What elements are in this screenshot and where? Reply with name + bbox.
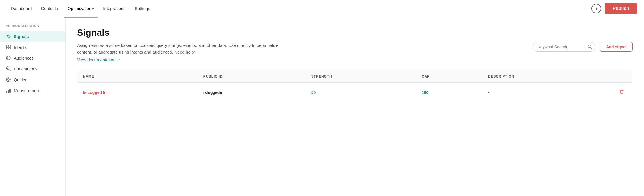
- col-header-cap: CAP: [416, 70, 483, 83]
- table-header: NAME PUBLIC ID STRENGTH CAP DESCRIPTION: [77, 70, 633, 83]
- cell-publicid: isloggedin: [198, 83, 306, 102]
- table-row: Is Logged In isloggedin 50 100 -: [77, 83, 633, 102]
- sidebar-label-signals: Signals: [14, 34, 29, 39]
- search-wrap: [533, 42, 595, 52]
- sidebar-item-measurement[interactable]: Measurement: [0, 85, 65, 96]
- top-nav: Dashboard Content▾ Optimization▾ Integra…: [0, 0, 644, 17]
- nav-item-optimization[interactable]: Optimization▾: [64, 4, 98, 13]
- svg-point-1: [7, 35, 10, 38]
- nav-item-integrations[interactable]: Integrations: [99, 4, 129, 13]
- sidebar-label-quirks: Quirks: [14, 77, 26, 82]
- intents-icon: [6, 45, 11, 50]
- svg-rect-16: [6, 91, 7, 93]
- nav-item-content[interactable]: Content▾: [37, 4, 62, 13]
- quirks-icon: [6, 77, 11, 82]
- signals-tbody: Is Logged In isloggedin 50 100 -: [77, 83, 633, 102]
- external-link-icon: ↗: [117, 58, 120, 62]
- publish-button[interactable]: Publish: [605, 3, 637, 14]
- sidebar-item-enrichments[interactable]: Enrichments: [0, 63, 65, 74]
- page-description: Assign visitors a score based on cookies…: [77, 42, 282, 56]
- col-header-strength: STRENGTH: [306, 70, 416, 83]
- main-content: Signals Assign visitors a score based on…: [66, 17, 644, 196]
- sidebar-item-intents[interactable]: Intents: [0, 42, 65, 52]
- nav-item-dashboard[interactable]: Dashboard: [7, 4, 36, 13]
- sidebar-label-intents: Intents: [14, 45, 27, 50]
- sidebar-label-enrichments: Enrichments: [14, 66, 37, 71]
- signal-name-link[interactable]: Is Logged In: [83, 90, 106, 95]
- trash-icon: [619, 89, 624, 94]
- sidebar-item-quirks[interactable]: Quirks: [0, 74, 65, 85]
- sidebar-section-label: Personalization: [0, 24, 65, 31]
- info-icon-button[interactable]: i: [591, 4, 601, 13]
- optimization-chevron-icon: ▾: [92, 7, 94, 11]
- nav-item-settings[interactable]: Settings: [131, 4, 154, 13]
- svg-rect-21: [621, 91, 623, 93]
- col-header-publicid: PUBLIC ID: [198, 70, 306, 83]
- sidebar-label-audiences: Audiences: [14, 56, 34, 60]
- view-docs-label: View documentation: [77, 57, 116, 62]
- svg-point-8: [7, 68, 8, 69]
- svg-rect-17: [8, 90, 9, 93]
- cell-cap: 100: [416, 83, 483, 102]
- cell-description: -: [483, 83, 611, 102]
- nav-right-actions: i Publish: [591, 3, 637, 14]
- svg-rect-18: [9, 89, 11, 93]
- svg-rect-5: [9, 47, 10, 49]
- nav-links: Dashboard Content▾ Optimization▾ Integra…: [7, 4, 154, 13]
- cell-actions: [611, 83, 633, 102]
- col-header-description: DESCRIPTION: [483, 70, 611, 83]
- sidebar-item-audiences[interactable]: Audiences: [0, 52, 65, 63]
- col-header-name: NAME: [77, 70, 198, 83]
- page-title: Signals: [77, 27, 633, 38]
- toolbar-row: Add signal: [533, 42, 633, 52]
- audiences-icon: [6, 55, 11, 60]
- sidebar-item-signals[interactable]: Signals: [0, 31, 65, 42]
- measurement-icon: [6, 88, 11, 93]
- signals-icon: [6, 34, 11, 39]
- sidebar-label-measurement: Measurement: [14, 88, 40, 93]
- add-signal-button[interactable]: Add signal: [600, 42, 633, 52]
- enrichments-icon: [6, 66, 11, 71]
- svg-rect-4: [6, 47, 8, 49]
- delete-signal-button[interactable]: [617, 88, 627, 97]
- keyword-search-input[interactable]: [533, 42, 595, 52]
- svg-line-9: [9, 69, 10, 71]
- col-header-actions: [611, 70, 633, 83]
- cell-name: Is Logged In: [77, 83, 198, 102]
- info-icon: i: [596, 6, 597, 11]
- signals-table: NAME PUBLIC ID STRENGTH CAP DESCRIPTION …: [77, 70, 633, 102]
- svg-rect-2: [6, 45, 8, 47]
- svg-rect-3: [9, 45, 10, 47]
- sidebar: Personalization Signals Intents: [0, 17, 66, 196]
- svg-point-0: [7, 35, 9, 37]
- app-body: Personalization Signals Intents: [0, 17, 644, 196]
- view-docs-link[interactable]: View documentation ↗: [77, 57, 120, 62]
- svg-point-11: [7, 79, 9, 80]
- cell-strength: 50: [306, 83, 416, 102]
- content-chevron-icon: ▾: [57, 7, 58, 11]
